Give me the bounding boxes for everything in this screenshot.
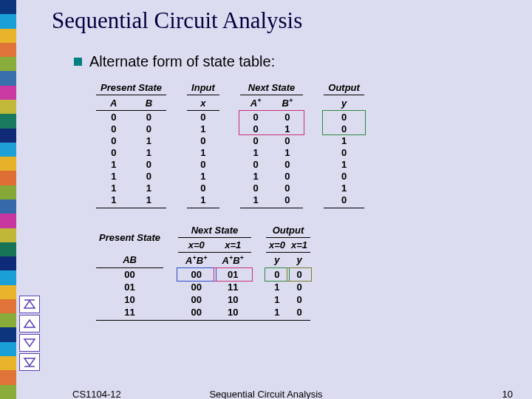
sidebar-stripe [0,285,16,299]
state-table-2-wrap: Present State Next State Output x=0 x=1 … [96,223,517,321]
t1-ch-Bp: B+ [272,95,304,111]
sidebar-stripe [0,185,16,200]
sidebar-stripe [0,370,16,384]
t2-ch-AB: AB [96,252,163,267]
bullet-text: Alternate form of state table: [89,53,275,70]
sidebar-stripe [0,157,16,171]
sidebar-stripe [0,14,16,28]
sidebar-stripe [0,71,16,85]
sidebar-stripe [0,43,16,57]
nav-next-icon [23,338,36,348]
t1-ch-Ap: A+ [240,95,272,111]
t1-ch-B: B [132,95,167,111]
t2-gh-output: Output [266,223,310,238]
nav-first-button[interactable] [19,296,40,313]
t2-gh-next: Next State [178,223,251,238]
svg-marker-3 [24,339,35,347]
decorative-sidebar [0,0,16,399]
svg-marker-0 [24,301,35,308]
bullet-square-icon [74,58,82,66]
sidebar-stripe [0,242,16,256]
slide-content: Sequential Circuit Analysis Alternate fo… [52,7,517,321]
nav-first-icon [23,299,36,310]
state-table-2: Present State Next State Output x=0 x=1 … [96,223,310,321]
table-row: 100001 [96,158,364,170]
sidebar-stripe [0,100,16,114]
sidebar-stripe [0,0,16,14]
sidebar-stripe [0,270,16,284]
t1-gh-input: Input [187,81,219,95]
sidebar-stripe [0,143,16,157]
t2-sh-o1: x=1 [288,237,310,252]
t2-sh-ns0: x=0 [178,237,214,252]
nav-prev-icon [23,318,36,329]
t2-ch-ApBp1: A+B+ [215,252,251,267]
svg-marker-2 [24,320,35,327]
table-row: 101100 [96,170,364,182]
sidebar-stripe [0,327,16,341]
sidebar-stripe [0,313,16,327]
footer-right: 10 [502,389,513,399]
state-table-1: Present State Input Next State Output A … [96,81,364,208]
table-row: 00000100 [96,268,310,282]
sidebar-stripe [0,29,16,43]
table-row: 11001010 [96,306,310,321]
table-row: 10001010 [96,293,310,306]
t1-gh-present: Present State [96,81,166,95]
table-row: 010001 [96,134,364,146]
nav-next-button[interactable] [19,334,40,352]
sidebar-stripe [0,214,16,228]
t1-ch-y: y [324,95,364,111]
t2-ch-y1: y [288,252,310,267]
t2-sh-o0: x=0 [266,237,288,252]
t2-ch-ApBp0: A+B+ [178,252,214,267]
sidebar-stripe [0,129,16,143]
t1-ch-x: x [187,95,219,111]
table-row: 110001 [96,182,364,194]
table-row: 001010 [96,123,364,134]
t2-ch-y0: y [266,252,288,267]
nav-prev-button[interactable] [19,315,40,332]
sidebar-stripe [0,57,16,71]
slide-title: Sequential Circuit Analysis [52,7,517,34]
footer-center: Sequential Circuit Analysis [0,389,532,399]
t2-sh-ns1: x=1 [215,237,251,252]
t2-gh-present: Present State [96,223,163,253]
sidebar-stripe [0,256,16,270]
state-table-1-wrap: Present State Input Next State Output A … [96,81,364,208]
sidebar-stripe [0,299,16,313]
table-row: 011110 [96,146,364,158]
sidebar-stripe [0,171,16,185]
table-row: 111100 [96,194,364,208]
sidebar-stripe [0,200,16,214]
sidebar-stripe [0,114,16,128]
t1-gh-output: Output [324,81,364,95]
nav-last-button[interactable] [19,353,40,371]
svg-marker-4 [24,358,35,366]
t1-gh-next: Next State [240,81,303,95]
bullet-item: Alternate form of state table: [74,53,517,70]
nav-button-group [19,296,40,371]
t1-ch-A: A [96,95,132,111]
sidebar-stripe [0,86,16,100]
table-row: 000000 [96,111,364,123]
nav-last-icon [23,357,36,367]
sidebar-stripe [0,228,16,242]
table-row: 01001110 [96,281,310,293]
sidebar-stripe [0,342,16,356]
sidebar-stripe [0,356,16,370]
